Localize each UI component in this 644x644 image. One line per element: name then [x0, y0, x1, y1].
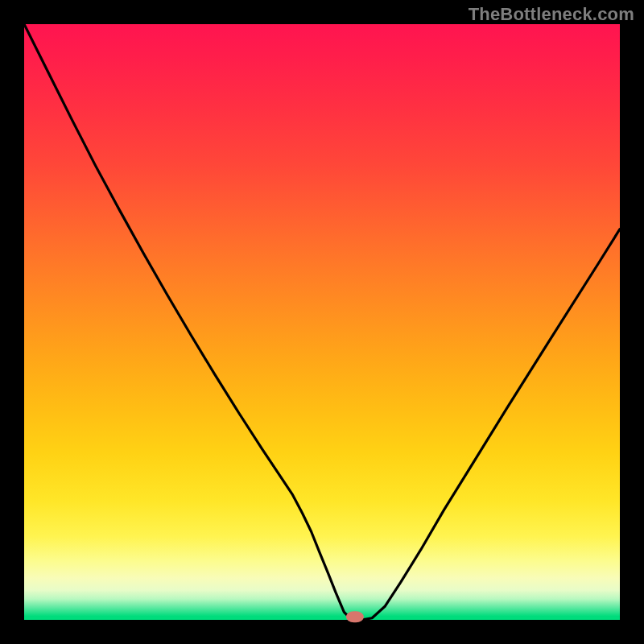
bottleneck-curve	[24, 24, 620, 620]
plot-area	[24, 24, 620, 620]
watermark-text: TheBottleneck.com	[469, 4, 634, 25]
optimum-marker	[346, 612, 364, 622]
curve-path	[24, 24, 620, 620]
chart-frame: TheBottleneck.com	[0, 0, 644, 644]
